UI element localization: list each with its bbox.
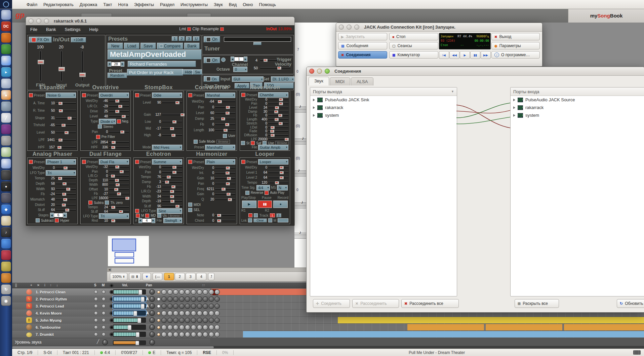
- pan-knob[interactable]: [149, 317, 155, 323]
- single-line-button[interactable]: (—: [153, 273, 162, 280]
- effect-knob[interactable]: [197, 296, 202, 302]
- mute-button[interactable]: [102, 297, 106, 301]
- mixer-tool--[interactable]: ↑: [50, 283, 51, 287]
- param-slider[interactable]: [215, 129, 235, 132]
- effect-knob[interactable]: [173, 296, 178, 302]
- param-slider[interactable]: [56, 138, 76, 141]
- effect-knob[interactable]: [167, 318, 173, 323]
- volume-handle[interactable]: [138, 290, 142, 295]
- dropdown[interactable]: Looper▾: [258, 159, 288, 165]
- effect-knob[interactable]: [179, 311, 185, 316]
- page-button-1[interactable]: 1: [164, 273, 174, 280]
- effect-knob[interactable]: [203, 325, 208, 330]
- effect-knob[interactable]: [203, 311, 208, 316]
- effect-knob[interactable]: [191, 304, 196, 309]
- param-slider[interactable]: [268, 166, 288, 169]
- clear-button[interactable]: Clear: [253, 218, 267, 222]
- param-slider[interactable]: [268, 130, 288, 133]
- pan-knob[interactable]: [149, 289, 155, 295]
- param-slider[interactable]: [268, 114, 288, 117]
- param-slider[interactable]: [56, 177, 76, 180]
- param-slider[interactable]: [268, 98, 288, 101]
- param-slider[interactable]: [56, 102, 76, 105]
- effect-knob[interactable]: [161, 332, 167, 337]
- --button[interactable]: ▶Запустить: [338, 33, 387, 40]
- dock-icon-photos[interactable]: [1, 78, 11, 88]
- dock-icon-camera-app[interactable]: [1, 170, 11, 180]
- track-row-petrucci-lead[interactable]: ϟ3. Petrucci LeadA: [12, 302, 210, 310]
- param-slider[interactable]: [268, 138, 288, 141]
- mysongbook-tab[interactable]: mySongBook: [568, 9, 644, 23]
- safe-mode-checkbox[interactable]: [194, 140, 198, 144]
- effect-knob[interactable]: [203, 304, 208, 309]
- dropdown[interactable]: Phaser 1▾: [46, 159, 76, 165]
- effect-knob[interactable]: [179, 332, 185, 337]
- effect-knob[interactable]: [185, 318, 190, 323]
- dock-icon-firefox[interactable]: [1, 33, 11, 43]
- pan-knob[interactable]: [149, 331, 155, 337]
- mute-button[interactable]: [102, 290, 106, 294]
- param-slider[interactable]: [109, 146, 129, 149]
- param-slider[interactable]: [268, 106, 288, 109]
- menu--[interactable]: Помощь: [256, 2, 279, 7]
- user-checkbox[interactable]: [223, 134, 227, 138]
- --button[interactable]: iО программе…: [491, 51, 540, 59]
- input-ports-header[interactable]: Порты входа: [511, 87, 644, 96]
- track-row-tambourine[interactable]: 6. Tambourine: [12, 324, 210, 331]
- effect-knob[interactable]: [191, 289, 196, 295]
- effect-on-checkbox[interactable]: [29, 93, 33, 97]
- pause-button[interactable]: ▮▮: [258, 201, 272, 208]
- --button[interactable]: ■Стоп: [389, 33, 438, 40]
- dropdown[interactable]: Dual Fla▾: [99, 159, 129, 165]
- effect-knob[interactable]: [167, 296, 173, 302]
- menu--[interactable]: Нота: [115, 2, 131, 7]
- volume-handle[interactable]: [136, 332, 139, 337]
- dropdown[interactable]: Tri▾: [46, 170, 76, 176]
- param-slider[interactable]: [109, 197, 129, 200]
- dock-icon-rakarrack-app[interactable]: [1, 250, 11, 260]
- pre-checkbox[interactable]: [135, 209, 139, 213]
- pan-knob[interactable]: [149, 324, 155, 330]
- th-zero-checkbox[interactable]: [105, 201, 109, 205]
- hyper-checkbox[interactable]: [55, 218, 59, 222]
- effect-knob[interactable]: [191, 296, 196, 302]
- browse-button[interactable]: Browse: [216, 140, 230, 144]
- expand-arrow-icon[interactable]: [313, 114, 315, 117]
- tab-alsa[interactable]: ALSA: [351, 77, 373, 85]
- dropdown[interactable]: Summe▾: [152, 159, 182, 165]
- dock-icon-web-globe[interactable]: [1, 44, 11, 54]
- effect-knob[interactable]: [179, 325, 185, 330]
- port-item-rakarrack[interactable]: rakarrack: [310, 104, 457, 111]
- effect-knob[interactable]: [173, 318, 178, 323]
- param-slider[interactable]: [109, 192, 129, 195]
- volume-handle[interactable]: [128, 325, 131, 330]
- param-slider[interactable]: [215, 117, 235, 120]
- param-slider[interactable]: [215, 198, 235, 201]
- expand-arrow-icon[interactable]: [513, 106, 515, 109]
- effect-knob[interactable]: [173, 311, 178, 316]
- effect-knob[interactable]: [191, 332, 196, 337]
- param-slider[interactable]: [268, 134, 288, 137]
- m-checkbox[interactable]: [268, 218, 272, 222]
- effect-knob[interactable]: [179, 318, 185, 323]
- effect-knob[interactable]: [197, 304, 202, 309]
- menu--[interactable]: Окно: [240, 2, 256, 7]
- dock-icon-tuxguitar-app[interactable]: [1, 261, 11, 272]
- effect-knob[interactable]: [203, 332, 208, 337]
- param-slider[interactable]: [215, 177, 235, 180]
- maximize-icon[interactable]: [354, 25, 359, 30]
- solo-button[interactable]: [94, 332, 98, 336]
- level-pan-knob[interactable]: [149, 340, 155, 345]
- effect-on-checkbox[interactable]: [135, 160, 139, 164]
- effect-knob[interactable]: [161, 304, 167, 309]
- effect-knob[interactable]: [191, 311, 196, 316]
- dropdown[interactable]: N▾: [277, 185, 288, 190]
- mute-button[interactable]: [102, 325, 106, 329]
- solo-button[interactable]: [94, 318, 98, 322]
- effect-knob[interactable]: [197, 332, 202, 337]
- param-slider[interactable]: [215, 219, 235, 222]
- volume-slider[interactable]: [113, 332, 146, 337]
- --button[interactable]: ◉Параметры: [491, 42, 540, 49]
- timeline-bar[interactable]: [243, 331, 644, 337]
- param-slider[interactable]: [109, 206, 129, 209]
